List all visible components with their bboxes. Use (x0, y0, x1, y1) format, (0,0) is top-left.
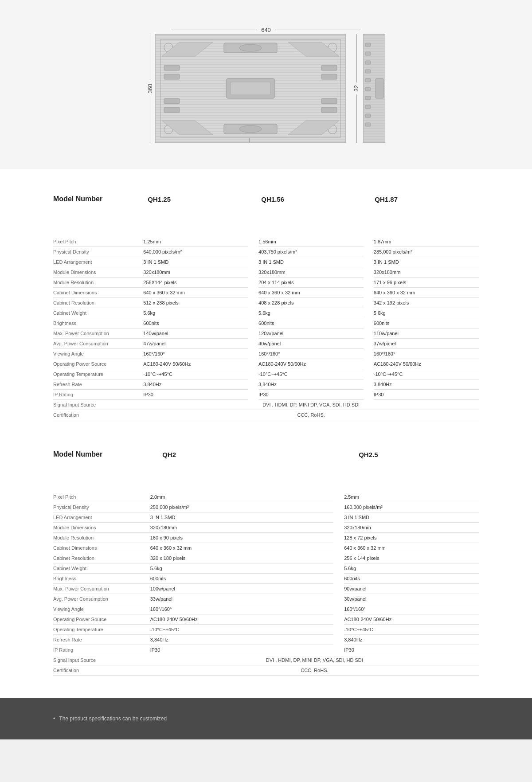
spec-row-6: Cabinet Resolution512 x 288 pixels408 x … (53, 298, 479, 308)
svg-rect-18 (231, 82, 270, 95)
spec-row-2-2: LED Arrangement3 IN 1 SMD3 IN 1 SMD (53, 512, 479, 523)
spec-row-2-1: Physical Density250,000 pixels/m²160,000… (53, 502, 479, 512)
model-number-row-1: Model Number QH1.25 QH1.56 QH1.87 (53, 192, 479, 210)
spec-val-2-2-0: 3 IN 1 SMD (150, 512, 333, 523)
spec-row-2-14: Refresh Rate3,840Hz3,840Hz (53, 635, 479, 645)
spec-row-2-6: Cabinet Resolution320 x 180 pixels256 x … (53, 553, 479, 563)
spec-val-1-8-1: 600nits (258, 318, 364, 328)
spec-val-2-7-1: 5.6kg (344, 563, 479, 574)
spec-val-1-13-2: -10°C~+45°C (374, 369, 479, 379)
spec-label-1-8: Brightness (53, 318, 143, 328)
spec-row-2-8: Brightness600nits600nits (53, 574, 479, 584)
spec-label-2-11: Viewing Angle (53, 604, 150, 614)
spec-rows-2: Pixel Pitch2.0mm2.5mmPhysical Density250… (53, 492, 479, 676)
spec-val-2-5-0: 640 x 360 x 32 mm (150, 543, 333, 553)
spec-val-2-12-0: AC180-240V 50/60Hz (150, 614, 333, 625)
model-qh125: QH1.25 (148, 192, 252, 210)
svg-rect-26 (321, 107, 337, 113)
spec-label-2-4: Module Resolution (53, 533, 150, 543)
spec-rows-1: Pixel Pitch1.25mm1.56mm1.87mmPhysical De… (53, 237, 479, 420)
spec-label-2-9: Max. Power Consumption (53, 584, 150, 594)
top-arrow-right (275, 30, 361, 30)
depth-label: 32 (353, 85, 360, 91)
spec-val-1-1-2: 285,000 pixels/m² (374, 247, 479, 257)
spec-row-17: CertificationCCC, RoHS. (53, 410, 479, 420)
spec-val-1-13-0: -10°C~+45°C (143, 369, 248, 379)
model-number-row-2: Model Number QH2 QH2.5 (53, 447, 479, 465)
spec-val-1-11-1: 160°/160° (258, 349, 364, 359)
spec-row-2-0: Pixel Pitch2.0mm2.5mm (53, 492, 479, 502)
cabinet-row: 360 (147, 34, 385, 143)
svg-rect-30 (365, 43, 371, 47)
spec-val-1-3-1: 320x180mm (258, 267, 364, 278)
svg-rect-40 (376, 78, 383, 98)
spec-val-2-6-0: 320 x 180 pixels (150, 553, 333, 563)
spec-label-2-0: Pixel Pitch (53, 492, 150, 502)
spec-row-2-3: Module Dimensions320x180mm320x180mm (53, 523, 479, 533)
spec-val-1-10-1: 40w/panel (258, 339, 364, 349)
spec-row-2: LED Arrangement3 IN 1 SMD3 IN 1 SMD3 IN … (53, 257, 479, 267)
spec-label-1-15: IP Rating (53, 390, 143, 400)
spec-val-1-7-1: 5.6kg (258, 308, 364, 318)
footer-note: • The product specifications can be cust… (53, 716, 479, 722)
spec-row-1: Physical Density640,000 pixels/m²403,750… (53, 247, 479, 257)
spec-label-1-11: Viewing Angle (53, 349, 143, 359)
spec-label-2-12: Operating Power Source (53, 614, 150, 625)
spec-val-1-2-0: 3 IN 1 SMD (143, 257, 248, 267)
spec-label-2-8: Brightness (53, 574, 150, 584)
spec-val-1-0-2: 1.87mm (374, 237, 479, 247)
spec-val-1-12-1: AC180-240V 50/60Hz (258, 359, 364, 369)
spec-row-2-13: Operating Temperature-10°C~+45°C-10°C~+4… (53, 625, 479, 635)
spec-val-1-9-2: 110w/panel (374, 328, 479, 339)
cabinet-side-diagram (363, 34, 385, 143)
spec-val-2-14-1: 3,840Hz (344, 635, 479, 645)
spec-label-1-6: Cabinet Resolution (53, 298, 143, 308)
svg-rect-33 (365, 70, 371, 73)
spec-row-2-15: IP RatingIP30IP30 (53, 645, 479, 655)
spec-val-1-5-0: 640 x 360 x 32 mm (143, 288, 248, 298)
spec-section-1: Model Number QH1.25 QH1.56 QH1.87 Pixel … (0, 169, 532, 442)
spec-label-2-16: Signal Input Source (53, 655, 150, 665)
spec-val-2-3-0: 320x180mm (150, 523, 333, 533)
spec-val-1-6-1: 408 x 228 pixels (258, 298, 364, 308)
spec-val-1-4-1: 204 x 114 pixels (258, 278, 364, 288)
top-arrow-left (171, 30, 257, 30)
spec-val-2-11-1: 160°/160° (344, 604, 479, 614)
spec-label-1-1: Physical Density (53, 247, 143, 257)
spec-val-1-2-2: 3 IN 1 SMD (374, 257, 479, 267)
spec-label-2-15: IP Rating (53, 645, 150, 655)
svg-rect-23 (321, 65, 337, 70)
spec-val-1-2-1: 3 IN 1 SMD (258, 257, 364, 267)
svg-rect-35 (365, 87, 371, 91)
spec-val-1-15-2: IP30 (374, 390, 479, 400)
spec-row-11: Viewing Angle160°/160°160°/160°160°/160° (53, 349, 479, 359)
spec-val-2-13-0: -10°C~+45°C (150, 625, 333, 635)
model-qh156: QH1.56 (261, 192, 365, 210)
spec-row-9: Max. Power Consumption140w/panel120w/pan… (53, 328, 479, 339)
svg-rect-32 (365, 61, 371, 64)
spec-label-2-5: Cabinet Dimensions (53, 543, 150, 553)
spec-row-12: Operating Power SourceAC180-240V 50/60Hz… (53, 359, 479, 369)
spec-val-2-2-1: 3 IN 1 SMD (344, 512, 479, 523)
svg-rect-36 (365, 96, 371, 100)
spec-label-2-10: Avg. Power Consumption (53, 594, 150, 604)
spec-val-2-8-1: 600nits (344, 574, 479, 584)
spec-row-2-5: Cabinet Dimensions640 x 360 x 32 mm640 x… (53, 543, 479, 553)
spec-row-14: Refresh Rate3,840Hz3,840Hz3,840Hz (53, 379, 479, 390)
spec-val-2-8-0: 600nits (150, 574, 333, 584)
spec-row-5: Cabinet Dimensions640 x 360 x 32 mm640 x… (53, 288, 479, 298)
spec-label-2-3: Module Dimensions (53, 523, 150, 533)
spec-label-1-9: Max. Power Consumption (53, 328, 143, 339)
page-wrapper: 640 360 (0, 0, 532, 739)
model-qh2: QH2 (162, 447, 348, 465)
diagram-svg-wrapper: 640 360 (147, 27, 385, 143)
spec-val-1-13-1: -10°C~+45°C (258, 369, 364, 379)
spec-label-1-0: Pixel Pitch (53, 237, 143, 247)
spec-val-1-1-0: 640,000 pixels/m² (143, 247, 248, 257)
spec-label-1-12: Operating Power Source (53, 359, 143, 369)
depth-arrow-top (356, 34, 356, 82)
spec-val-1-11-2: 160°/160° (374, 349, 479, 359)
svg-rect-37 (365, 105, 371, 109)
height-arrow-bottom (150, 96, 150, 143)
spec-row-8: Brightness600nits600nits600nits (53, 318, 479, 328)
